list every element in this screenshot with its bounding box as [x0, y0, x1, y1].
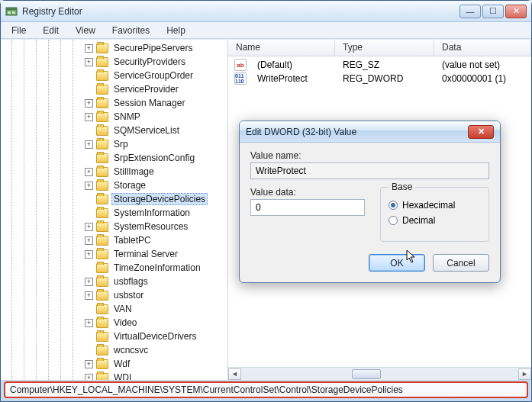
menu-edit[interactable]: Edit [35, 24, 66, 37]
minimize-button[interactable]: — [459, 5, 481, 18]
tree-item[interactable]: +SystemResources [1, 220, 227, 233]
tree-item-label[interactable]: SecurityProviders [111, 56, 188, 68]
tree-item-label[interactable]: VAN [111, 303, 134, 315]
tree-item-label[interactable]: VirtualDeviceDrivers [111, 330, 198, 343]
list-row[interactable]: ab(Default)REG_SZ(value not set) [228, 58, 531, 72]
tree-item-label[interactable]: Terminal Server [111, 248, 180, 260]
tree-item[interactable]: +SNMP [1, 110, 227, 124]
binary-value-icon: 011 110 [234, 72, 247, 85]
tree-item[interactable]: SrpExtensionConfig [1, 151, 227, 165]
tree-item[interactable]: +WDI [1, 371, 227, 380]
radio-decimal[interactable]: Decimal [389, 215, 481, 226]
expander-icon[interactable]: + [85, 168, 93, 176]
tree-item-label[interactable]: usbstor [111, 289, 146, 301]
tree-item-label[interactable]: Srp [111, 138, 131, 150]
folder-icon [96, 359, 108, 369]
tree-item-label[interactable]: SQMServiceList [111, 124, 182, 137]
tree-item-label[interactable]: ServiceProvider [111, 83, 181, 95]
tree-item[interactable]: +TabletPC [1, 233, 227, 247]
scroll-track[interactable] [241, 368, 518, 380]
tree-item[interactable]: SQMServiceList [1, 124, 227, 137]
expander-icon[interactable]: + [85, 58, 93, 66]
edit-dword-dialog[interactable]: Edit DWORD (32-bit) Value ✕ Value name: … [239, 121, 501, 283]
tree-item-label[interactable]: wcncsvc [111, 344, 150, 356]
tree-item[interactable]: +SecurePipeServers [1, 41, 227, 55]
dialog-titlebar[interactable]: Edit DWORD (32-bit) Value ✕ [240, 121, 500, 143]
tree-item-label[interactable]: SrpExtensionConfig [111, 152, 197, 164]
tree-item-label[interactable]: SystemInformation [111, 207, 192, 219]
cancel-button[interactable]: Cancel [433, 254, 489, 272]
tree-item-label[interactable]: TimeZoneInformation [111, 262, 203, 274]
list-headers[interactable]: Name Type Data [228, 40, 531, 56]
folder-icon [96, 126, 108, 136]
scroll-left-button[interactable]: ◄ [228, 368, 241, 380]
radio-hex-indicator[interactable] [389, 201, 398, 210]
tree-item-label[interactable]: TabletPC [111, 234, 153, 246]
expander-icon[interactable]: + [85, 374, 93, 381]
tree-item[interactable]: ServiceProvider [1, 82, 227, 96]
tree-item-label[interactable]: Wdf [111, 358, 132, 370]
expander-icon[interactable]: + [85, 140, 93, 149]
tree-item-label[interactable]: usbflags [111, 275, 150, 288]
horizontal-scrollbar[interactable]: ◄ ► [228, 367, 531, 380]
menu-help[interactable]: Help [159, 24, 193, 37]
tree-item-label[interactable]: Session Manager [111, 97, 187, 109]
tree-item[interactable]: +usbflags [1, 275, 227, 288]
tree-item-label[interactable]: SecurePipeServers [111, 42, 195, 54]
tree-item-label[interactable]: SystemResources [111, 220, 190, 233]
expander-icon[interactable]: + [85, 360, 93, 368]
tree-item[interactable]: +usbstor [1, 288, 227, 302]
tree-item[interactable]: +Srp [1, 137, 227, 151]
expander-icon[interactable]: + [85, 319, 93, 327]
tree-item[interactable]: wcncsvc [1, 343, 227, 357]
radio-dec-indicator[interactable] [389, 216, 398, 225]
radio-hexadecimal[interactable]: Hexadecimal [389, 200, 481, 211]
col-data[interactable]: Data [434, 40, 531, 56]
ok-button[interactable]: OK [369, 254, 425, 272]
tree-item-label[interactable]: Storage [111, 179, 148, 191]
expander-icon[interactable]: + [85, 278, 93, 286]
tree-item-label[interactable]: ServiceGroupOrder [111, 69, 195, 82]
tree-item[interactable]: ServiceGroupOrder [1, 69, 227, 82]
col-name[interactable]: Name [228, 40, 335, 56]
tree-item[interactable]: +StillImage [1, 165, 227, 178]
tree-item[interactable]: +Terminal Server [1, 247, 227, 261]
tree-item[interactable]: StorageDevicePolicies [1, 192, 227, 206]
value-data-field[interactable] [250, 199, 365, 216]
tree-item-label[interactable]: SNMP [111, 111, 143, 123]
menu-file[interactable]: File [4, 24, 34, 37]
tree-item[interactable]: +Wdf [1, 357, 227, 371]
tree-item-label[interactable]: WDI [111, 371, 134, 380]
expander-icon[interactable]: + [85, 291, 93, 300]
tree-item[interactable]: +Storage [1, 178, 227, 192]
tree-item[interactable]: +Session Manager [1, 96, 227, 110]
col-type[interactable]: Type [335, 40, 434, 56]
scroll-thumb[interactable] [352, 369, 381, 379]
close-button[interactable]: ✕ [505, 5, 527, 18]
expander-icon[interactable]: + [85, 113, 93, 121]
tree-item[interactable]: +SecurityProviders [1, 55, 227, 69]
tree-item[interactable]: VAN [1, 302, 227, 316]
expander-icon[interactable]: + [85, 182, 93, 190]
expander-icon[interactable]: + [85, 44, 93, 53]
menu-favorites[interactable]: Favorites [105, 24, 157, 37]
list-row[interactable]: 011 110WriteProtectREG_DWORD0x00000001 (… [228, 72, 531, 85]
scroll-right-button[interactable]: ► [518, 368, 531, 380]
expander-icon[interactable]: + [85, 223, 93, 231]
tree-item[interactable]: TimeZoneInformation [1, 261, 227, 275]
tree-item-label[interactable]: StorageDevicePolicies [111, 193, 208, 205]
menu-view[interactable]: View [68, 24, 103, 37]
maximize-button[interactable]: ☐ [482, 5, 504, 18]
tree-item[interactable]: VirtualDeviceDrivers [1, 330, 227, 343]
tree-item-label[interactable]: StillImage [111, 166, 156, 178]
expander-icon[interactable]: + [85, 236, 93, 245]
tree-pane[interactable]: +SecurePipeServers+SecurityProvidersServ… [1, 40, 228, 380]
tree-item[interactable]: SystemInformation [1, 206, 227, 220]
tree-item[interactable]: +Video [1, 316, 227, 330]
dialog-close-button[interactable]: ✕ [468, 125, 494, 139]
tree-item-label[interactable]: Video [111, 317, 139, 329]
expander-icon[interactable]: + [85, 250, 93, 259]
value-name-field[interactable] [250, 162, 489, 179]
titlebar[interactable]: Registry Editor — ☐ ✕ [1, 1, 531, 22]
expander-icon[interactable]: + [85, 99, 93, 108]
